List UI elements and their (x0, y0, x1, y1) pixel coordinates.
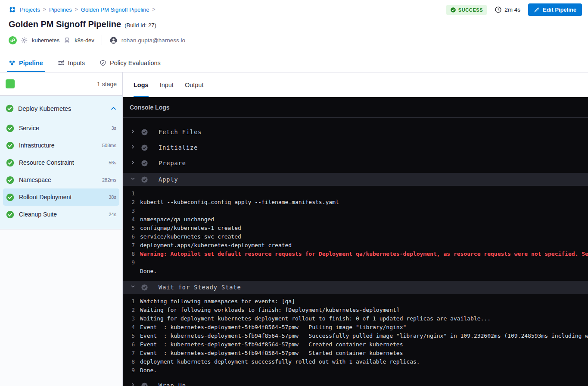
line-number: 1 (123, 297, 140, 306)
breadcrumb-link-pipeline-name[interactable]: Golden PM Signoff Pipeline (81, 6, 149, 13)
line-number: 6 (123, 232, 140, 241)
line-number (123, 267, 140, 276)
line-number: 5 (123, 224, 140, 232)
edit-pipeline-button[interactable]: Edit Pipeline (528, 3, 582, 16)
tab-policy-evaluations[interactable]: Policy Evaluations (100, 54, 161, 72)
console-title: Console Logs (130, 104, 170, 111)
line-text: Watching following namespaces for events… (140, 297, 295, 306)
line-text: Event : kubernetes-deployment-5fb94f8564… (140, 340, 403, 349)
breadcrumb-link-pipelines[interactable]: Pipelines (49, 6, 72, 13)
line-number: 3 (123, 314, 140, 323)
line-number: 2 (123, 198, 140, 207)
detail-tab-bar: LogsInputOutput (123, 72, 588, 97)
log-line: 1 (123, 189, 588, 198)
step-duration: 24s (109, 212, 116, 217)
step-success-check-icon (141, 144, 148, 151)
log-section-prepare[interactable]: Prepare (123, 157, 588, 169)
step-row-service[interactable]: Service3s (3, 119, 119, 137)
stage-header-deploy-kubernetes[interactable]: Deploy Kubernetes (0, 96, 122, 119)
step-success-check-icon (141, 382, 148, 386)
tab-inputs[interactable]: Inputs (58, 54, 85, 72)
line-number: 9 (123, 366, 140, 375)
step-duration: 3s (111, 126, 116, 131)
line-number: 4 (123, 323, 140, 332)
breadcrumb-separator: > (75, 6, 78, 13)
inputs-icon (58, 60, 65, 66)
chevron-up-icon[interactable] (110, 105, 117, 112)
line-text: Done. (140, 366, 157, 375)
line-number: 8 (123, 250, 140, 258)
log-tab-logs[interactable]: Logs (134, 72, 149, 97)
stage-status-square[interactable] (6, 79, 15, 88)
step-row-rollout-deployment[interactable]: Rollout Deployment38s (3, 188, 119, 206)
log-section-apply[interactable]: Apply (123, 173, 588, 186)
line-number: 7 (123, 349, 140, 358)
log-line: 9Done. (123, 366, 588, 375)
line-text: Event : kubernetes-deployment-5fb94f8564… (140, 323, 406, 332)
status-text: SUCCESS (458, 7, 483, 13)
log-tab-input[interactable]: Input (160, 72, 174, 97)
log-lines: 12kubectl --kubeconfig=config apply --fi… (123, 186, 588, 277)
step-success-check-icon (141, 176, 148, 183)
chevron-right-icon[interactable] (127, 160, 138, 166)
chevron-down-icon[interactable] (127, 176, 138, 183)
line-number: 8 (123, 358, 140, 366)
step-row-namespace[interactable]: Namespace282ms (3, 171, 119, 188)
pencil-icon (534, 7, 540, 13)
chevron-down-icon[interactable] (127, 284, 138, 291)
log-lines: 1Watching following namespaces for event… (123, 294, 588, 377)
log-line: 5Event : kubernetes-deployment-5fb94f856… (123, 332, 588, 340)
step-name: Service (19, 125, 106, 132)
log-section-initialize[interactable]: Initialize (123, 141, 588, 154)
page-title: Golden PM Signoff Pipeline (9, 19, 121, 29)
line-text: Event : kubernetes-deployment-5fb94f8564… (140, 332, 588, 340)
log-line: 4Event : kubernetes-deployment-5fb94f856… (123, 323, 588, 332)
environment-icon (63, 37, 71, 44)
line-text: Warning: Autopilot set default resource … (140, 250, 588, 258)
log-line: 3 (123, 207, 588, 215)
log-tab-output[interactable]: Output (185, 72, 204, 97)
log-line: 5configmap/kubernetes-1 created (123, 224, 588, 232)
cd-module-icon (9, 36, 17, 44)
log-line: 8Warning: Autopilot set default resource… (123, 250, 588, 258)
chevron-right-icon[interactable] (127, 144, 138, 151)
edit-pipeline-label: Edit Pipeline (543, 6, 576, 13)
log-line: 8deployment kubernetes-deployment succes… (123, 358, 588, 366)
line-text: deployment kubernetes-deployment success… (140, 358, 420, 366)
step-success-check-icon (141, 160, 148, 167)
tab-pipeline[interactable]: Pipeline (9, 54, 43, 72)
step-success-check-icon (6, 159, 14, 167)
log-line: 2Waiting for following workloads to fini… (123, 306, 588, 314)
line-number: 9 (123, 258, 140, 267)
step-success-check-icon (141, 284, 148, 291)
chevron-right-icon[interactable] (127, 382, 138, 386)
line-text: configmap/kubernetes-1 created (140, 224, 241, 232)
line-text: namespace/qa unchanged (140, 215, 214, 224)
stage-count-row: 1 stage (0, 72, 122, 96)
tab-label: Policy Evaluations (110, 60, 161, 66)
module-tab-bar: PipelineInputsPolicy Evaluations (0, 54, 588, 72)
console-body: Fetch FilesInitializePrepareApply12kubec… (123, 118, 588, 386)
log-section-wrap-up[interactable]: Wrap Up (123, 379, 588, 386)
build-id-label: (Build Id: 27) (124, 22, 156, 28)
chevron-right-icon[interactable] (127, 129, 138, 135)
step-row-cleanup-suite[interactable]: Cleanup Suite24s (3, 206, 119, 223)
stage-name: Deploy Kubernetes (18, 105, 106, 112)
line-number: 4 (123, 215, 140, 224)
step-row-infrastructure[interactable]: Infrastructure508ms (3, 137, 119, 154)
log-section-fetch-files[interactable]: Fetch Files (123, 126, 588, 138)
duration-text: 2m 4s (504, 6, 520, 13)
page-header: Projects > Pipelines > Golden PM Signoff… (0, 0, 588, 54)
breadcrumb-link-projects[interactable]: Projects (20, 6, 40, 13)
policy-shield-icon (100, 60, 106, 66)
step-row-resource-constraint[interactable]: Resource Constraint56s (3, 154, 119, 171)
step-duration: 38s (109, 195, 116, 200)
log-section-name: Wrap Up (159, 382, 186, 386)
step-success-check-icon (6, 124, 14, 132)
step-name: Rollout Deployment (19, 194, 104, 201)
log-section-wait-for-steady-state[interactable]: Wait for Steady State (123, 281, 588, 294)
log-line: 2kubectl --kubeconfig=config apply --fil… (123, 198, 588, 207)
log-line: 9 (123, 258, 588, 267)
log-section-name: Wait for Steady State (159, 284, 241, 291)
service-gear-icon (21, 37, 28, 44)
